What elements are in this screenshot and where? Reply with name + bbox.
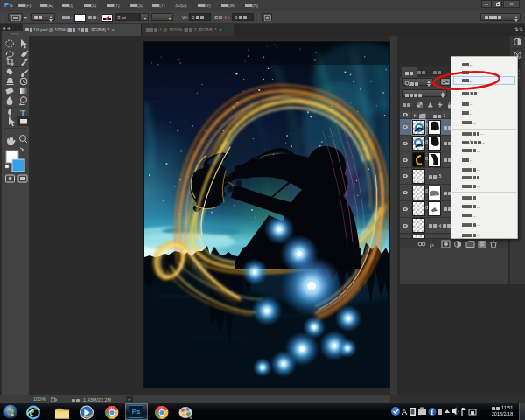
svg-text:A: A xyxy=(402,408,407,416)
svg-text:fx: fx xyxy=(430,242,435,248)
svg-text:e: e xyxy=(30,407,34,418)
svg-text:f: f xyxy=(431,409,434,416)
